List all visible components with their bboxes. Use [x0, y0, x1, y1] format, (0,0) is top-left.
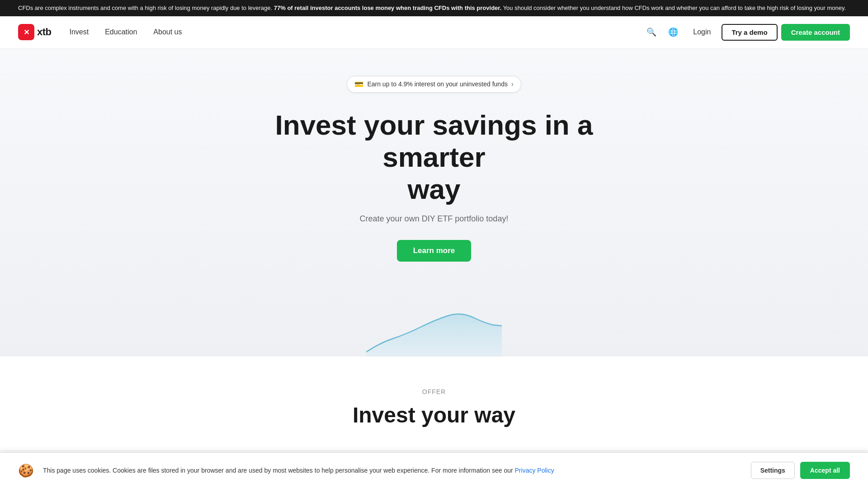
- nav-link-education[interactable]: Education: [105, 28, 137, 36]
- logo-icon: ✕: [18, 24, 34, 40]
- warning-text-after: You should consider whether you understa…: [501, 5, 846, 11]
- warning-text-bold: 77% of retail investor accounts lose mon…: [274, 5, 502, 11]
- search-button[interactable]: 🔍: [642, 23, 660, 41]
- hero-title: Invest your savings in a smarter way: [258, 109, 610, 206]
- nav-links: Invest Education About us: [70, 28, 643, 36]
- navbar: ✕ xtb Invest Education About us 🔍 🌐 Logi…: [0, 16, 868, 49]
- search-icon: 🔍: [646, 27, 656, 37]
- nav-link-invest[interactable]: Invest: [70, 28, 89, 36]
- login-button[interactable]: Login: [686, 24, 718, 40]
- privacy-policy-link[interactable]: Privacy Policy: [515, 467, 554, 474]
- logo-text: xtb: [37, 26, 52, 38]
- hero-title-line1: Invest your savings in a smarter: [275, 109, 593, 173]
- nav-item-education[interactable]: Education: [105, 28, 137, 36]
- warning-banner: CFDs are complex instruments and come wi…: [0, 0, 868, 16]
- try-demo-button[interactable]: Try a demo: [722, 24, 777, 41]
- cookie-actions: Settings Accept all: [751, 462, 850, 479]
- offer-label: Offer: [422, 388, 446, 395]
- hero-title-line2: way: [407, 174, 460, 205]
- wallet-icon: 💳: [354, 80, 363, 89]
- cookie-text-body: This page uses cookies. Cookies are file…: [43, 467, 515, 474]
- cookie-banner: 🍪 This page uses cookies. Cookies are fi…: [0, 452, 868, 488]
- create-account-button[interactable]: Create account: [781, 24, 850, 41]
- learn-more-button[interactable]: Learn more: [397, 240, 472, 262]
- cookie-accept-button[interactable]: Accept all: [800, 462, 850, 479]
- nav-item-about[interactable]: About us: [153, 28, 182, 36]
- promo-pill-text: Earn up to 4.9% interest on your uninves…: [367, 80, 508, 88]
- hero-image-area: [231, 284, 637, 357]
- nav-link-about[interactable]: About us: [153, 28, 182, 36]
- hero-section: 💳 Earn up to 4.9% interest on your uninv…: [0, 49, 868, 357]
- nav-item-invest[interactable]: Invest: [70, 28, 89, 36]
- logo-link[interactable]: ✕ xtb: [18, 24, 52, 40]
- warning-text-normal: CFDs are complex instruments and come wi…: [18, 5, 274, 11]
- cookie-settings-button[interactable]: Settings: [751, 462, 795, 479]
- offer-section: Offer Invest your way: [0, 357, 868, 450]
- hero-chart: [366, 302, 502, 357]
- nav-right: 🔍 🌐 Login Try a demo Create account: [642, 23, 850, 41]
- cookie-icon: 🍪: [18, 463, 34, 478]
- globe-icon: 🌐: [668, 27, 678, 37]
- chevron-right-icon: ›: [511, 80, 514, 88]
- hero-subtitle: Create your own DIY ETF portfolio today!: [360, 214, 509, 224]
- cookie-text: This page uses cookies. Cookies are file…: [43, 465, 742, 475]
- promo-pill[interactable]: 💳 Earn up to 4.9% interest on your uninv…: [347, 76, 521, 93]
- offer-title: Invest your way: [353, 403, 515, 427]
- language-button[interactable]: 🌐: [664, 23, 682, 41]
